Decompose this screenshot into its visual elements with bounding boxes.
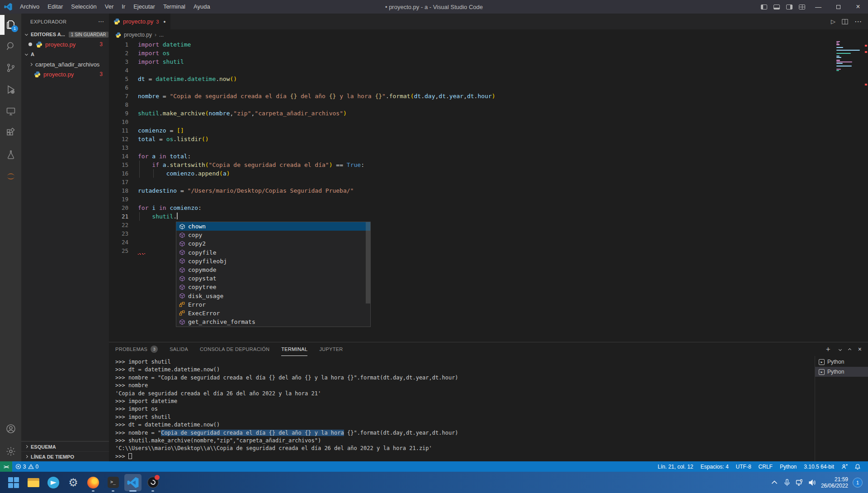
outline-section[interactable]: ESQUEMA: [21, 441, 109, 451]
account-button[interactable]: [0, 418, 21, 440]
sidebar-item-search[interactable]: [0, 35, 21, 57]
menu-item-ayuda[interactable]: Ayuda: [189, 0, 214, 14]
suggestion-item[interactable]: ExecError: [176, 309, 370, 318]
status-item[interactable]: Python: [776, 461, 800, 472]
toggle-sidebar-icon[interactable]: [758, 0, 770, 14]
toggle-secondary-sidebar-icon[interactable]: [783, 0, 796, 14]
close-panel-icon[interactable]: ×: [858, 346, 862, 353]
tab-proyecto-py[interactable]: proyecto.py 3 ●: [109, 14, 170, 29]
settings-button[interactable]: [0, 441, 21, 461]
suggestion-item[interactable]: copyfileobj: [176, 257, 370, 265]
microphone-icon[interactable]: [783, 479, 791, 487]
maximize-panel-icon[interactable]: [848, 348, 851, 351]
folder-section-a[interactable]: A: [21, 49, 109, 59]
sidebar-item-run-debug[interactable]: [0, 79, 21, 100]
suggestion-item[interactable]: Error: [176, 300, 370, 309]
network-display-icon[interactable]: [796, 479, 804, 487]
taskbar-obs[interactable]: [143, 473, 163, 493]
open-editors-section[interactable]: EDITORES A... 1 SIN GUARDAR: [21, 29, 109, 39]
terminal-instance[interactable]: ▸Python: [815, 367, 868, 377]
taskbar-firefox[interactable]: [83, 473, 103, 493]
new-terminal-button[interactable]: ＋: [825, 345, 832, 354]
panel-tab-jupyter[interactable]: JUPYTER: [319, 342, 343, 356]
terminal-text: >>> import datetime: [115, 398, 177, 404]
suggestion-item[interactable]: copy2: [176, 239, 370, 248]
token: [159, 161, 163, 168]
run-python-file-button[interactable]: ▷: [831, 18, 835, 25]
maximize-button[interactable]: [828, 0, 848, 14]
sidebar-item-remote-explorer[interactable]: [0, 100, 21, 122]
breadcrumb[interactable]: proyecto.py › ...: [109, 29, 868, 40]
menu-item-archivo[interactable]: Archivo: [16, 0, 43, 14]
taskbar-telegram[interactable]: [43, 473, 63, 493]
speaker-icon[interactable]: [808, 479, 816, 487]
explorer-more-actions[interactable]: ⋯: [98, 18, 104, 25]
sidebar-item-testing[interactable]: [0, 144, 21, 166]
feedback-icon[interactable]: [841, 463, 848, 470]
menu-item-editar[interactable]: Editar: [43, 0, 67, 14]
tray-chevron-up-icon[interactable]: [770, 479, 778, 487]
suggestion-item[interactable]: disk_usage: [176, 292, 370, 300]
code-editor[interactable]: 1import datetime2import os3import shutil…: [109, 40, 868, 342]
status-item[interactable]: Espacios: 4: [697, 461, 732, 472]
taskbar-settings[interactable]: ⚙: [63, 473, 83, 493]
taskbar-vscode[interactable]: [123, 473, 143, 493]
minimap[interactable]: [836, 41, 862, 77]
menu-item-ver[interactable]: Ver: [101, 0, 118, 14]
line-number: 5: [109, 75, 128, 83]
taskbar-terminal[interactable]: >_: [103, 473, 123, 493]
status-item[interactable]: 3.10.5 64-bit: [800, 461, 838, 472]
breadcrumb-more[interactable]: ...: [159, 32, 164, 38]
close-button[interactable]: ×: [848, 0, 868, 14]
split-editor-icon[interactable]: [842, 19, 848, 25]
minimize-button[interactable]: —: [808, 0, 828, 14]
problems-status[interactable]: 3 0: [12, 461, 42, 472]
tab-dirty-icon[interactable]: ●: [163, 19, 165, 24]
terminal-line: >>> shutil.make_archive(nombre,"zip","ca…: [115, 437, 815, 445]
tree-item-folder[interactable]: carpeta_añadir_archivos: [21, 59, 109, 69]
token: ): [329, 161, 333, 168]
suggestion-item[interactable]: copystat: [176, 274, 370, 283]
status-item[interactable]: Lín. 21, col. 12: [654, 461, 697, 472]
notifications-bell-icon[interactable]: [854, 464, 861, 470]
panel-tab-terminal[interactable]: TERMINAL: [281, 342, 307, 356]
code-line: 8: [109, 100, 868, 109]
breadcrumb-file[interactable]: proyecto.py: [124, 32, 152, 38]
editor-more-actions-icon[interactable]: ⋯: [854, 17, 862, 26]
menu-item-ir[interactable]: Ir: [118, 0, 129, 14]
suggestion-item[interactable]: copytree: [176, 283, 370, 291]
suggestion-item[interactable]: get_archive_formats: [176, 318, 370, 326]
terminal-instance[interactable]: ▸Python: [815, 357, 868, 367]
suggestion-item[interactable]: copyfile: [176, 248, 370, 257]
code-line: 10: [109, 118, 868, 126]
open-editor-item[interactable]: proyecto.py 3: [21, 39, 109, 49]
remote-indicator[interactable]: ><: [0, 461, 12, 472]
token: ): [343, 110, 347, 117]
suggestion-item[interactable]: copymode: [176, 265, 370, 274]
menu-item-ejecutar[interactable]: Ejecutar: [129, 0, 159, 14]
sidebar-item-extensions[interactable]: [0, 122, 21, 144]
suggestion-item[interactable]: copy: [176, 231, 370, 239]
token: nombre: [138, 93, 159, 100]
timeline-section[interactable]: LÍNEA DE TIEMPO: [21, 451, 109, 461]
panel-tab-consola-de-depuración[interactable]: CONSOLA DE DEPURACIÓN: [200, 342, 269, 356]
sidebar-item-source-control[interactable]: [0, 57, 21, 79]
start-button[interactable]: [4, 473, 24, 493]
notification-count-badge[interactable]: 1: [853, 478, 863, 488]
menu-item-terminal[interactable]: Terminal: [159, 0, 189, 14]
toggle-panel-icon[interactable]: [770, 0, 783, 14]
menu-item-selección[interactable]: Selección: [67, 0, 100, 14]
terminal-dropdown-icon[interactable]: [839, 347, 842, 351]
tray-clock[interactable]: 21:59 26/06/2022: [821, 476, 848, 489]
terminal-output[interactable]: >>> import shutil>>> dt = datetime.datet…: [109, 356, 815, 461]
sidebar-item-jupyter[interactable]: [0, 166, 21, 187]
panel-tab-problemas[interactable]: PROBLEMAS3: [115, 342, 158, 356]
status-item[interactable]: UTF-8: [732, 461, 755, 472]
customize-layout-icon[interactable]: [796, 0, 808, 14]
taskbar-file-explorer[interactable]: [24, 473, 43, 493]
popup-scrollbar[interactable]: [366, 222, 370, 303]
status-item[interactable]: CRLF: [755, 461, 776, 472]
panel-tab-salida[interactable]: SALIDA: [170, 342, 188, 356]
tree-item-file[interactable]: proyecto.py 3: [21, 69, 109, 79]
suggestion-item[interactable]: chown: [176, 222, 370, 231]
